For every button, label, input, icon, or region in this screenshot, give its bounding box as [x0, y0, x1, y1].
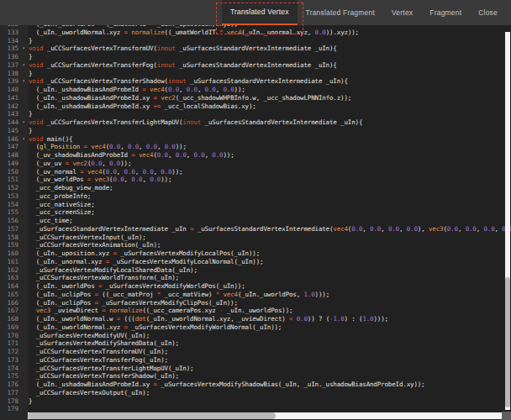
fold-marker-icon[interactable]: ▾	[18, 118, 29, 127]
code-line[interactable]: 149 (_uv_uv = vec2(0.0, 0.0));	[0, 160, 511, 168]
code-line[interactable]: 169 (_uIn._uworldNormal.xyz = _uSurfaces…	[0, 323, 511, 332]
code-line[interactable]: 173 _uCCSurfacesVertexTransferFog(_uIn);	[0, 356, 511, 365]
tab-fragment[interactable]: Fragment	[421, 0, 470, 25]
fold-gutter-spacer	[18, 94, 29, 102]
code-line[interactable]: 172 _uCCSurfacesVertexTransformUV(_uIn);	[0, 348, 511, 356]
code-line[interactable]: 140 (_uIn._ushadowBiasAndProbeId = vec4(…	[0, 86, 511, 94]
tab-close[interactable]: Close	[470, 0, 506, 25]
fold-marker-icon[interactable]: ▾	[18, 61, 29, 70]
fold-gutter-spacer	[18, 282, 29, 291]
code-line[interactable]: 162 _uSurfacesVertexModifyLocalSharedDat…	[0, 266, 511, 275]
tab-translated-vertex[interactable]: Translated Vertex	[222, 0, 298, 25]
code-line[interactable]: 170 _uSurfacesVertexModifyUV(_uIn);	[0, 332, 511, 340]
code-line[interactable]: 160 (_uIn._uposition.xyz = _uSurfacesVer…	[0, 249, 511, 258]
code-line[interactable]: 166 (_uIn._uclipPos = _uSurfacesVertexMo…	[0, 299, 511, 307]
line-number: 158	[0, 234, 18, 242]
fold-gutter-spacer	[18, 160, 29, 168]
code-line[interactable]: 155 _ucc_screenSize;	[0, 208, 511, 217]
code-line[interactable]: 137▾void _uCCSurfacesVertexTransferFog(i…	[0, 61, 511, 70]
code-line[interactable]: 157 _uSurfacesStandardVertexIntermediate…	[0, 225, 511, 234]
code-line[interactable]: 171 _uSurfacesVertexModifySharedData(_uI…	[0, 339, 511, 348]
code-text: }	[29, 37, 32, 45]
code-line[interactable]: 133 (_uIn._uworldNormal.xyz = normalize(…	[0, 29, 511, 37]
code-line[interactable]: 139▾void _uCCSurfacesVertexTransferShado…	[0, 77, 511, 86]
code-line[interactable]: 153 _ucc_probeInfo;	[0, 192, 511, 201]
code-line[interactable]: 164 (_uIn._uworldPos = _uSurfacesVertexM…	[0, 282, 511, 291]
code-text: (_uIn._uworldPos = _uSurfacesVertexModif…	[29, 282, 245, 291]
fold-gutter-spacer	[18, 365, 29, 373]
code-line[interactable]: 154 _ucc_nativeSize;	[0, 201, 511, 209]
code-text: (_uIn._uworldNormal.xyz = normalize((_um…	[29, 29, 359, 37]
fold-gutter-spacer	[18, 356, 29, 365]
tab-bar: Translated VertexTranslated FragmentVert…	[0, 0, 511, 25]
code-line[interactable]: 148 (_uv_shadowBiasAndProbeId = vec4(0.0…	[0, 151, 511, 160]
line-number: 168	[0, 315, 18, 323]
code-line[interactable]: 142 (_uIn._ushadowBiasAndProbeId.xy += _…	[0, 102, 511, 111]
code-text: (_uIn._uworldNormal.xyz = _uSurfacesVert…	[29, 323, 282, 332]
line-number: 177	[0, 389, 18, 397]
code-line[interactable]: 141 (_uIn._ushadowBiasAndProbeId.xy = ve…	[0, 94, 511, 102]
line-number: 152	[0, 184, 18, 192]
code-line[interactable]: 159 _uCCSurfacesVertexAnimation(_uIn);	[0, 241, 511, 249]
code-line[interactable]: 152 _ucc_debug_view_mode;	[0, 184, 511, 192]
fold-gutter-spacer	[18, 225, 29, 234]
tab-label: Fragment	[429, 8, 461, 17]
code-text: _ucc_screenSize;	[29, 208, 95, 217]
code-text: _uCCSurfacesVertexOutput(_uIn);	[29, 389, 150, 397]
line-number: 179	[0, 405, 18, 413]
code-line[interactable]: 147 (gl_Position = vec4(0.0, 0.0, 0.0, 0…	[0, 143, 511, 151]
code-line[interactable]: 175 _uCCSurfacesVertexTransferShadow(_uI…	[0, 372, 511, 381]
code-text: }	[29, 397, 32, 406]
code-line[interactable]: 178}	[0, 397, 511, 406]
code-line[interactable]: 176 (_uIn._ushadowBiasAndProbeId.xy = _u…	[0, 381, 511, 389]
code-line[interactable]: 156 _ucc_time;	[0, 217, 511, 225]
code-line[interactable]: 168 (_uIn._uworldNormal.w = (((dot(_uIn.…	[0, 315, 511, 323]
fold-gutter-spacer	[18, 291, 29, 299]
code-line[interactable]: 158 _uCCSurfacesVertexInput(_uIn);	[0, 234, 511, 242]
code-line[interactable]: 146▾void main(){	[0, 135, 511, 144]
code-line[interactable]: 167 vec3 _uviewDirect = normalize((_ucc_…	[0, 307, 511, 315]
code-editor[interactable]: 132 (_uIn._uworldPos = (_umatWorld * _uI…	[0, 25, 511, 420]
vertical-scrollbar[interactable]	[505, 32, 510, 410]
code-line[interactable]: 174 _uCCSurfacesVertexTransferLightMapUV…	[0, 365, 511, 373]
code-line[interactable]: 138}	[0, 70, 511, 78]
code-line[interactable]: 144▾void _uCCSurfacesVertexTransferLight…	[0, 118, 511, 127]
fold-gutter-spacer	[18, 234, 29, 242]
fold-marker-icon[interactable]: ▾	[18, 45, 29, 53]
line-number: 147	[0, 143, 18, 151]
tab-vertex[interactable]: Vertex	[383, 0, 421, 25]
code-line[interactable]: 150 (_uv_normal = vec4(0.0, 0.0, 0.0, 0.…	[0, 168, 511, 176]
horizontal-scrollbar-thumb[interactable]	[28, 412, 276, 419]
code-text: void _uCCSurfacesVertexTransformUV(inout…	[29, 45, 337, 53]
code-line[interactable]: 145}	[0, 127, 511, 135]
code-line[interactable]: 161 (_uIn._unormal.xyz = _uSurfacesVerte…	[0, 258, 511, 266]
fold-gutter-spacer	[18, 274, 29, 282]
fold-gutter-spacer	[18, 201, 29, 209]
line-number: 145	[0, 127, 18, 135]
fold-gutter-spacer	[18, 151, 29, 160]
fold-gutter-spacer	[18, 102, 29, 111]
fold-marker-icon[interactable]: ▾	[18, 77, 29, 86]
line-number: 142	[0, 102, 18, 111]
fold-marker-icon[interactable]: ▾	[18, 135, 29, 144]
horizontal-scrollbar[interactable]	[28, 412, 502, 419]
code-line[interactable]: 143}	[0, 110, 511, 118]
code-line[interactable]: 177 _uCCSurfacesVertexOutput(_uIn);	[0, 389, 511, 397]
vertical-scrollbar-thumb[interactable]	[505, 277, 510, 407]
code-line[interactable]: 136}	[0, 53, 511, 61]
code-text: (_uv_normal = vec4(0.0, 0.0, 0.0, 0.0));	[29, 168, 182, 176]
line-number: 153	[0, 192, 18, 201]
scrollbar-corner	[502, 412, 511, 420]
line-number: 151	[0, 176, 18, 184]
fold-gutter-spacer	[18, 258, 29, 266]
code-text: (_uv_shadowBiasAndProbeId = vec4(0.0, 0.…	[29, 151, 234, 160]
tab-translated-fragment[interactable]: Translated Fragment	[298, 0, 383, 25]
code-line[interactable]: 163 _uCCSurfacesVertexWorldTransform(_uI…	[0, 274, 511, 282]
code-text: _uCCSurfacesVertexTransferLightMapUV(_uI…	[29, 365, 193, 373]
code-text: void _uCCSurfacesVertexTransferShadow(in…	[29, 77, 348, 86]
code-line[interactable]: 165 (_uIn._uclipPos = ((_ucc_matProj * _…	[0, 291, 511, 299]
code-line[interactable]: 134}	[0, 37, 511, 45]
code-text: (_uIn._ushadowBiasAndProbeId.xy = vec2(_…	[29, 94, 351, 102]
code-line[interactable]: 151 (_uv_worldPos = vec3(0.0, 0.0, 0.0))…	[0, 176, 511, 184]
code-line[interactable]: 135▾void _uCCSurfacesVertexTransformUV(i…	[0, 45, 511, 53]
